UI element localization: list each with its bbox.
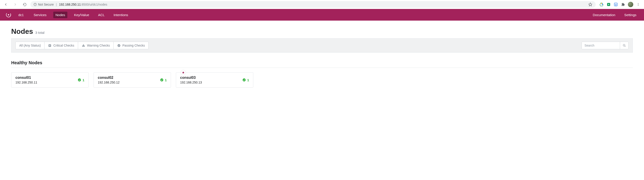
- check-passing-icon: [78, 78, 81, 82]
- filter-warning[interactable]: Warning Checks: [78, 42, 114, 49]
- node-health-count: 1: [160, 78, 167, 82]
- nav-kv[interactable]: Key/Value: [72, 12, 91, 18]
- main-nav: dc1 Services Nodes Key/Value ACL Intenti…: [0, 9, 644, 20]
- check-passing-icon: [160, 78, 164, 82]
- page-title: Nodes: [11, 27, 33, 36]
- svg-point-13: [638, 5, 639, 6]
- sheets-extension-icon[interactable]: [606, 2, 611, 7]
- svg-point-18: [10, 16, 10, 16]
- svg-marker-5: [601, 3, 602, 4]
- svg-line-26: [624, 46, 626, 47]
- filter-passing[interactable]: Passing Checks: [114, 42, 148, 49]
- browser-toolbar: Not Secure | 192.168.250.11:8500/ui/dc1/…: [0, 0, 644, 9]
- filter-critical-label: Critical Checks: [53, 44, 74, 47]
- node-ip: 192.168.250.12: [98, 80, 120, 84]
- svg-point-11: [638, 3, 639, 4]
- node-name: consul01: [16, 76, 37, 80]
- forward-button[interactable]: [12, 1, 19, 8]
- node-ip: 192.168.250.11: [16, 80, 37, 84]
- svg-point-30: [242, 78, 246, 81]
- page-count: 3 total: [35, 31, 44, 34]
- drive-extension-icon[interactable]: [599, 2, 604, 7]
- datacenter-selector[interactable]: dc1: [16, 12, 26, 18]
- security-indicator[interactable]: Not Secure: [34, 3, 54, 6]
- svg-marker-29: [182, 72, 184, 74]
- node-name: consul03: [180, 76, 202, 80]
- svg-point-12: [638, 4, 639, 5]
- svg-point-28: [160, 78, 163, 81]
- security-label: Not Secure: [38, 3, 54, 6]
- node-name: consul02: [98, 76, 120, 80]
- nav-services[interactable]: Services: [31, 12, 49, 18]
- main-content: Nodes 3 total All (Any Status) Critical …: [0, 20, 644, 94]
- search-button[interactable]: [620, 42, 628, 49]
- address-separator: |: [56, 3, 57, 6]
- page-header: Nodes 3 total: [11, 27, 633, 38]
- back-button[interactable]: [2, 1, 10, 8]
- nav-settings[interactable]: Settings: [622, 12, 639, 18]
- filter-warning-label: Warning Checks: [87, 44, 110, 47]
- node-health-count: 1: [242, 78, 249, 82]
- consul-logo-icon[interactable]: [5, 12, 12, 18]
- svg-point-17: [10, 14, 11, 15]
- search-input[interactable]: [582, 42, 620, 49]
- node-card[interactable]: consul03 192.168.250.13 1: [176, 72, 253, 88]
- info-icon: [34, 3, 37, 6]
- filter-critical[interactable]: Critical Checks: [44, 42, 78, 49]
- profile-avatar[interactable]: [628, 2, 633, 7]
- extensions-puzzle-icon[interactable]: [621, 2, 625, 7]
- leader-badge: [180, 70, 186, 75]
- address-bar[interactable]: Not Secure | 192.168.250.11:8500/ui/dc1/…: [30, 1, 596, 8]
- passing-icon: [117, 44, 120, 47]
- svg-marker-3: [589, 3, 592, 6]
- chrome-menu-icon[interactable]: [636, 2, 640, 7]
- filter-passing-label: Passing Checks: [122, 44, 145, 47]
- browser-extensions: [598, 2, 642, 7]
- node-card[interactable]: consul02 192.168.250.12 1: [94, 72, 171, 88]
- reload-button[interactable]: [21, 1, 28, 8]
- search-container: [582, 42, 628, 49]
- nav-acl[interactable]: ACL: [96, 12, 107, 18]
- nav-nodes[interactable]: Nodes: [53, 12, 67, 18]
- star-icon: [182, 71, 184, 74]
- node-card[interactable]: consul01 192.168.250.11 1: [11, 72, 88, 88]
- filter-all-label: All (Any Status): [19, 44, 41, 47]
- svg-point-16: [10, 14, 10, 14]
- nav-documentation[interactable]: Documentation: [590, 12, 618, 18]
- node-health-count: 1: [78, 78, 84, 82]
- svg-point-23: [83, 46, 84, 46]
- svg-point-25: [623, 44, 625, 46]
- filter-bar: All (Any Status) Critical Checks Warning…: [11, 38, 633, 52]
- svg-point-27: [78, 78, 81, 81]
- node-ip: 192.168.250.13: [180, 80, 202, 84]
- bookmark-star-icon[interactable]: [588, 2, 592, 7]
- url-text: 192.168.250.11:8500/ui/dc1/nodes: [59, 3, 108, 6]
- status-filter-tabs: All (Any Status) Critical Checks Warning…: [16, 42, 148, 49]
- nav-intentions[interactable]: Intentions: [112, 12, 130, 18]
- svg-point-24: [118, 44, 120, 47]
- node-grid: consul01 192.168.250.11 1 consul02 192.1…: [11, 72, 633, 88]
- critical-icon: [48, 44, 52, 47]
- svg-point-15: [8, 14, 9, 16]
- search-icon: [623, 44, 626, 47]
- filter-all[interactable]: All (Any Status): [16, 42, 44, 49]
- healthy-section-title: Healthy Nodes: [11, 60, 633, 68]
- svg-rect-10: [614, 3, 617, 6]
- check-passing-icon: [242, 78, 246, 82]
- extension-icon-u[interactable]: [614, 2, 618, 7]
- warning-icon: [82, 44, 85, 47]
